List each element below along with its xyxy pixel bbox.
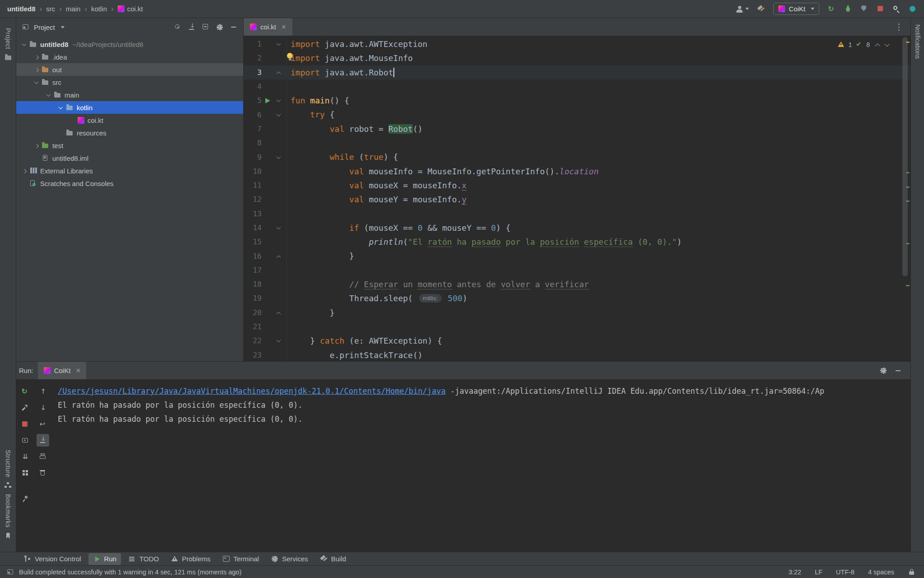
editor-line-15[interactable]: 15 println("El ratón ha pasado por la po… [244,235,910,249]
run-line-icon[interactable] [265,98,270,103]
editor-line-20[interactable]: 20 } [244,306,910,320]
editor-line-12[interactable]: 12 val mouseY = mouseInfo.y [244,192,910,206]
stop-button[interactable] [876,5,884,13]
tree-expander-icon[interactable] [31,68,41,71]
hide-run-panel-button[interactable] [894,367,902,375]
tree-expander-icon[interactable] [19,43,29,46]
ide-status-button[interactable] [909,5,917,13]
toolwindow-terminal[interactable]: Terminal [218,553,264,565]
stop-process-button[interactable] [19,418,32,430]
run-config-selector[interactable]: CoiKt [773,3,819,15]
editor-line-6[interactable]: 6 try { [244,107,910,121]
pin-tab-button[interactable] [19,493,32,505]
toolwindow-run[interactable]: Run [88,553,121,565]
editor-line-18[interactable]: 18 // Esperar un momento antes de volver… [244,277,910,291]
soft-wrap-button[interactable] [37,418,49,430]
run-panel-settings-button[interactable] [879,367,887,375]
layout-settings-button[interactable] [19,466,32,479]
indent-config[interactable]: 4 spaces [868,569,894,576]
clear-console-button[interactable] [37,466,49,479]
fold-icon[interactable] [276,255,281,260]
fold-icon[interactable] [276,154,281,159]
editor-tab-coi-kt[interactable]: coi.kt × [244,18,292,36]
build-project-button[interactable] [757,5,765,13]
warning-stripe-mark[interactable] [906,42,910,43]
editor-line-19[interactable]: 19 Thread.sleep( millis: 500) [244,291,910,305]
typo-stripe-mark[interactable] [906,172,910,173]
inspection-widget[interactable]: 1 8 [837,41,889,49]
rerun-button[interactable] [19,385,32,398]
editor-line-13[interactable]: 13 [244,207,910,221]
editor-line-23[interactable]: 23 e.printStackTrace() [244,348,910,361]
strip-notifications[interactable]: Notifications [914,24,921,59]
chevron-down-icon[interactable] [61,26,65,28]
editor-line-21[interactable]: 21 [244,320,910,334]
toolwindow-services[interactable]: Services [266,553,313,565]
hide-panel-button[interactable] [230,23,238,31]
tree-item-src[interactable]: src [16,76,243,89]
strip-bookmarks[interactable]: Bookmarks [4,494,12,540]
typo-stripe-mark[interactable] [906,243,910,244]
fold-icon[interactable] [276,71,281,76]
tree-item-kotlin[interactable]: kotlin [16,101,243,114]
line-separator[interactable]: LF [815,569,822,576]
restore-layout-button[interactable] [19,450,32,463]
debug-button[interactable] [844,5,852,13]
run-tab-coikt[interactable]: CoiKt × [38,362,87,379]
editor-line-17[interactable]: 17 [244,263,910,277]
tree-expander-icon[interactable] [31,144,41,147]
intention-bulb-icon[interactable] [286,53,294,62]
user-menu-button[interactable] [735,5,749,13]
editor-scrollbar[interactable] [902,36,908,361]
editor-line-8[interactable]: 8 [244,136,910,150]
tree-item-coi-kt[interactable]: coi.kt [16,114,243,126]
typo-stripe-mark[interactable] [906,285,910,286]
breadcrumb-item-coi-kt[interactable]: coi.kt [118,5,143,13]
breadcrumb-item-kotlin[interactable]: kotlin [91,5,107,13]
tree-item-scratches-and-consoles[interactable]: Scratches and Consoles [16,177,243,190]
editor-line-22[interactable]: 22 } catch (e: AWTException) { [244,334,910,348]
scroll-to-end-button[interactable] [37,434,49,447]
breadcrumb-item-src[interactable]: src [46,5,55,13]
editor-line-16[interactable]: 16 } [244,249,910,263]
strip-project[interactable]: Project [4,28,12,61]
breadcrumb-item-untitled8[interactable]: untitled8 [7,5,36,13]
tree-item-test[interactable]: test [16,139,243,152]
fold-icon[interactable] [276,338,281,343]
strip-structure[interactable]: Structure [4,450,12,489]
editor-line-2[interactable]: 2import java.awt.MouseInfo [244,51,910,65]
project-settings-button[interactable] [216,23,224,31]
toolwindow-version-control[interactable]: Version Control [19,553,86,565]
scrollbar-thumb[interactable] [902,37,908,276]
prev-occurrence-button[interactable] [37,385,49,398]
toolwindow-build[interactable]: Build [315,553,351,565]
project-panel-title[interactable]: Project [34,23,55,31]
next-occurrence-button[interactable] [37,401,49,414]
coverage-button[interactable] [860,5,868,13]
status-message[interactable]: Build completed successfully with 1 warn… [19,569,241,576]
tree-expander-icon[interactable] [31,56,41,59]
edit-configuration-button[interactable] [19,401,32,414]
code-editor[interactable]: 1import java.awt.AWTException2import jav… [244,37,910,361]
editor-line-14[interactable]: 14 if (mouseX == 0 && mouseY == 0) { [244,221,910,235]
toolwindow-problems[interactable]: Problems [166,553,215,565]
thread-dump-button[interactable] [19,434,32,447]
scroll-from-source-button[interactable] [188,23,196,31]
editor-line-10[interactable]: 10 val mouseInfo = MouseInfo.getPointerI… [244,164,910,178]
editor-body[interactable]: 1import java.awt.AWTException2import jav… [244,36,910,361]
tree-expander-icon[interactable] [55,106,65,109]
tree-item-out[interactable]: out [16,63,243,76]
collapse-all-button[interactable] [202,23,210,31]
fold-icon[interactable] [276,41,281,46]
tree-item-untitled8-iml[interactable]: untitled8.iml [16,152,243,164]
editor-line-1[interactable]: 1import java.awt.AWTException [244,37,910,51]
editor-line-4[interactable]: 4 [244,79,910,93]
prev-issue-icon[interactable] [875,43,880,48]
locate-file-button[interactable] [174,23,182,31]
editor-line-7[interactable]: 7 val robot = Robot() [244,122,910,136]
editor-line-9[interactable]: 9 while (true) { [244,150,910,164]
fold-icon[interactable] [276,112,281,117]
toolwindow-todo[interactable]: TODO [124,553,163,565]
run-console[interactable]: /Users/jesusn/Library/Java/JavaVirtualMa… [51,380,910,552]
tree-item-resources[interactable]: resources [16,126,243,139]
